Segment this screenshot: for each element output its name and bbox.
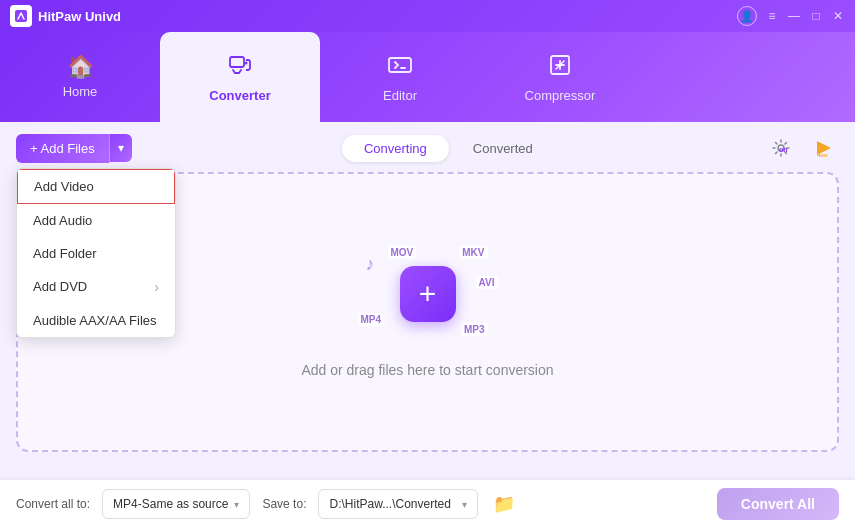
save-path-arrow-icon: ▾	[462, 499, 467, 510]
dropdown-item-add-dvd[interactable]: Add DVD ›	[17, 270, 175, 304]
format-select[interactable]: MP4-Same as source ▾	[102, 489, 250, 519]
convert-all-to-label: Convert all to:	[16, 497, 90, 511]
svg-rect-1	[230, 57, 244, 67]
format-select-value: MP4-Same as source	[113, 497, 228, 511]
maximize-button[interactable]: □	[809, 9, 823, 23]
dropzone-illustration: MOV MKV AVI MP4 MP3 + ♪	[358, 246, 498, 346]
format-select-arrow-icon: ▾	[234, 499, 239, 510]
speed-icon-button[interactable]: 4on	[807, 132, 839, 164]
menu-button[interactable]: ≡	[765, 9, 779, 23]
nav-label-editor: Editor	[383, 88, 417, 103]
folder-browse-button[interactable]: 📁	[490, 490, 518, 518]
add-dvd-label: Add DVD	[33, 279, 87, 294]
dropdown-item-add-folder[interactable]: Add Folder	[17, 237, 175, 270]
app-title: HitPaw Univd	[38, 9, 121, 24]
add-audio-label: Add Audio	[33, 213, 92, 228]
format-mkv: MKV	[459, 246, 487, 259]
add-files-dropdown-menu: Add Video Add Audio Add Folder Add DVD ›…	[16, 168, 176, 338]
dropzone-hint-text: Add or drag files here to start conversi…	[301, 362, 553, 378]
settings-icon-button[interactable]: on	[765, 132, 797, 164]
add-video-label: Add Video	[34, 179, 94, 194]
format-mp4: MP4	[358, 313, 385, 326]
window-controls: 👤 ≡ — □ ✕	[737, 6, 845, 26]
dropdown-item-add-video[interactable]: Add Video	[17, 169, 175, 204]
add-files-group: + Add Files ▾ Add Video Add Audio Add Fo…	[16, 134, 132, 163]
compressor-icon	[547, 52, 573, 82]
dropdown-arrow-icon: ▾	[118, 141, 124, 155]
nav-item-home[interactable]: 🏠 Home	[0, 32, 160, 122]
tab-converted[interactable]: Converted	[451, 135, 555, 162]
titlebar: HitPaw Univd 👤 ≡ — □ ✕	[0, 0, 855, 32]
editor-icon	[387, 52, 413, 82]
nav-item-compressor[interactable]: Compressor	[480, 32, 640, 122]
svg-rect-3	[389, 58, 411, 72]
save-path-select[interactable]: D:\HitPaw...\Converted ▾	[318, 489, 478, 519]
nav-item-converter[interactable]: Converter	[160, 32, 320, 122]
app-logo: HitPaw Univd	[10, 5, 121, 27]
add-files-button[interactable]: + Add Files	[16, 134, 109, 163]
navbar: 🏠 Home Converter Editor	[0, 32, 855, 122]
convert-all-button[interactable]: Convert All	[717, 488, 839, 520]
main-area: + Add Files ▾ Add Video Add Audio Add Fo…	[0, 122, 855, 528]
nav-label-converter: Converter	[209, 88, 270, 103]
minimize-button[interactable]: —	[787, 9, 801, 23]
logo-icon	[10, 5, 32, 27]
svg-rect-0	[15, 10, 27, 22]
svg-text:4on: 4on	[817, 152, 828, 158]
tabs: Converting Converted	[342, 135, 555, 162]
dropdown-item-add-audio[interactable]: Add Audio	[17, 204, 175, 237]
user-icon[interactable]: 👤	[737, 6, 757, 26]
nav-item-editor[interactable]: Editor	[320, 32, 480, 122]
music-note-icon: ♪	[366, 254, 375, 275]
bottombar: Convert all to: MP4-Same as source ▾ Sav…	[0, 480, 855, 528]
svg-point-2	[245, 61, 248, 64]
home-icon: 🏠	[67, 56, 94, 78]
chevron-right-icon: ›	[154, 279, 159, 295]
save-path-value: D:\HitPaw...\Converted	[329, 497, 450, 511]
close-button[interactable]: ✕	[831, 9, 845, 23]
converter-icon	[227, 52, 253, 82]
add-center-button[interactable]: +	[400, 266, 456, 322]
add-files-dropdown-button[interactable]: ▾	[109, 134, 132, 162]
nav-label-compressor: Compressor	[525, 88, 596, 103]
save-to-label: Save to:	[262, 497, 306, 511]
svg-text:on: on	[779, 146, 788, 153]
add-audible-label: Audible AAX/AA Files	[33, 313, 157, 328]
plus-icon: +	[419, 277, 437, 311]
tab-converting[interactable]: Converting	[342, 135, 449, 162]
add-folder-label: Add Folder	[33, 246, 97, 261]
nav-label-home: Home	[63, 84, 98, 99]
folder-icon: 📁	[493, 493, 515, 515]
format-avi: AVI	[476, 276, 498, 289]
toolbar: + Add Files ▾ Add Video Add Audio Add Fo…	[0, 122, 855, 172]
format-mov: MOV	[388, 246, 417, 259]
toolbar-right: on 4on	[765, 132, 839, 164]
format-mp3: MP3	[461, 323, 488, 336]
dropdown-item-add-audible[interactable]: Audible AAX/AA Files	[17, 304, 175, 337]
